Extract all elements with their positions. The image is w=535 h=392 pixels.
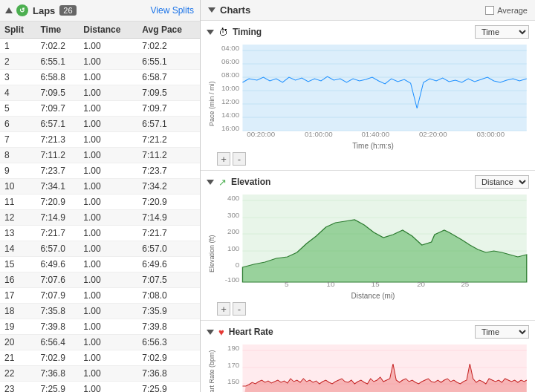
table-cell: 1.00 (79, 210, 137, 226)
table-cell: 6:49.6 (36, 257, 79, 272)
svg-text:170: 170 (227, 362, 239, 369)
col-split: Split (0, 22, 36, 39)
heartrate-dropdown[interactable]: Time Distance (475, 325, 529, 339)
timing-zoom-in[interactable]: + (217, 152, 230, 166)
table-cell: 7:07.5 (137, 272, 200, 288)
table-cell: 7:14.9 (36, 210, 79, 226)
table-cell: 1.00 (79, 163, 137, 179)
charts-header: Charts Average (201, 0, 535, 21)
svg-text:10: 10 (327, 281, 335, 288)
table-cell: 7:02.2 (137, 39, 200, 54)
timing-collapse-icon[interactable] (207, 30, 214, 35)
table-cell: 1.00 (79, 288, 137, 304)
table-cell: 1.00 (79, 241, 137, 257)
table-cell: 6:57.0 (137, 241, 200, 257)
table-cell: 1.00 (79, 148, 137, 163)
table-cell: 12 (0, 210, 36, 226)
table-cell: 1.00 (79, 85, 137, 101)
laps-table: Split Time Distance Avg Pace 17:02.21.00… (0, 22, 200, 392)
table-cell: 7:02.9 (137, 350, 200, 366)
table-cell: 6:58.7 (137, 70, 200, 85)
laps-table-body: 17:02.21.007:02.226:55.11.006:55.136:58.… (0, 39, 200, 393)
svg-text:0: 0 (236, 261, 239, 269)
elevation-zoom-in[interactable]: + (217, 302, 230, 316)
table-cell: 1.00 (79, 226, 137, 241)
table-row: 137:21.71.007:21.7 (0, 226, 200, 241)
svg-text:5: 5 (285, 281, 288, 288)
view-splits-link[interactable]: View Splits (151, 5, 194, 16)
table-cell: 6 (0, 117, 36, 132)
svg-text:08:00: 08:00 (221, 71, 239, 79)
table-cell: 7:07.6 (36, 272, 79, 288)
heartrate-y-axis-label: Heart Rate (bpm) (207, 342, 217, 392)
elevation-dropdown[interactable]: Distance Time (475, 175, 529, 189)
elevation-collapse-icon[interactable] (207, 180, 214, 185)
table-cell: 7:09.5 (36, 85, 79, 101)
table-row: 217:02.91.007:02.9 (0, 350, 200, 366)
table-row: 87:11.21.007:11.2 (0, 148, 200, 163)
svg-text:300: 300 (227, 212, 239, 219)
table-cell: 15 (0, 257, 36, 272)
table-cell: 1.00 (79, 350, 137, 366)
table-cell: 7:35.8 (36, 304, 79, 319)
table-row: 36:58.81.006:58.7 (0, 70, 200, 85)
table-cell: 7:21.2 (137, 132, 200, 148)
table-cell: 6:56.3 (137, 335, 200, 350)
timing-title: Timing (233, 27, 262, 37)
heartrate-header: ♥ Heart Rate Time Distance (207, 325, 529, 339)
elevation-y-axis-label: Elevation (ft) (207, 192, 217, 316)
heartrate-collapse-icon[interactable] (207, 330, 214, 335)
average-checkbox[interactable] (485, 6, 494, 15)
svg-rect-7 (242, 45, 526, 131)
table-row: 177:07.91.007:08.0 (0, 288, 200, 304)
table-cell: 11 (0, 195, 36, 210)
table-row: 187:35.81.007:35.9 (0, 304, 200, 319)
table-cell: 8 (0, 148, 36, 163)
average-label-container: Average (485, 6, 528, 15)
table-cell: 6:49.6 (137, 257, 200, 272)
table-row: 17:02.21.007:02.2 (0, 39, 200, 54)
laps-title: Laps (33, 5, 55, 16)
table-cell: 1.00 (79, 117, 137, 132)
svg-text:04:00: 04:00 (221, 45, 239, 52)
table-cell: 1.00 (79, 319, 137, 335)
svg-text:06:00: 06:00 (221, 58, 239, 65)
svg-text:14:00: 14:00 (221, 111, 239, 119)
table-cell: 7:36.8 (137, 366, 200, 382)
table-cell: 7:39.8 (137, 319, 200, 335)
table-cell: 7:21.3 (36, 132, 79, 148)
svg-text:00:20:00: 00:20:00 (247, 131, 275, 138)
table-cell: 7:34.2 (137, 179, 200, 195)
left-panel: ↺ Laps 26 View Splits Split Time Distanc… (0, 0, 201, 392)
elevation-title: Elevation (231, 177, 270, 187)
timing-zoom-out[interactable]: - (233, 152, 246, 166)
timing-dropdown[interactable]: Time Distance (475, 25, 529, 39)
table-cell: 7:09.5 (137, 85, 200, 101)
table-cell: 1.00 (79, 382, 137, 393)
table-cell: 1.00 (79, 132, 137, 148)
timing-header: ⏱ Timing Time Distance (207, 25, 529, 39)
table-row: 77:21.31.007:21.2 (0, 132, 200, 148)
table-cell: 7:02.2 (36, 39, 79, 54)
laps-scroll[interactable]: Split Time Distance Avg Pace 17:02.21.00… (0, 22, 200, 392)
timing-section: ⏱ Timing Time Distance Pace (min / mi) 0… (201, 21, 535, 171)
table-cell: 7:21.7 (137, 226, 200, 241)
table-row: 26:55.11.006:55.1 (0, 54, 200, 70)
table-row: 206:56.41.006:56.3 (0, 335, 200, 350)
table-cell: 7:08.0 (137, 288, 200, 304)
elevation-zoom-out[interactable]: - (233, 302, 246, 316)
table-row: 66:57.11.006:57.1 (0, 117, 200, 132)
svg-text:190: 190 (227, 344, 239, 352)
average-text: Average (497, 6, 528, 15)
table-row: 97:23.71.007:23.7 (0, 163, 200, 179)
table-cell: 2 (0, 54, 36, 70)
collapse-icon[interactable] (5, 7, 13, 13)
right-panel: Charts Average ⏱ Timing Time Distance Pa… (201, 0, 535, 392)
table-cell: 7:11.2 (36, 148, 79, 163)
table-row: 57:09.71.007:09.7 (0, 101, 200, 117)
table-cell: 7:21.7 (36, 226, 79, 241)
svg-text:02:20:00: 02:20:00 (419, 131, 447, 138)
table-cell: 6:55.1 (36, 54, 79, 70)
charts-collapse-icon[interactable] (208, 7, 215, 13)
table-cell: 7:07.9 (36, 288, 79, 304)
